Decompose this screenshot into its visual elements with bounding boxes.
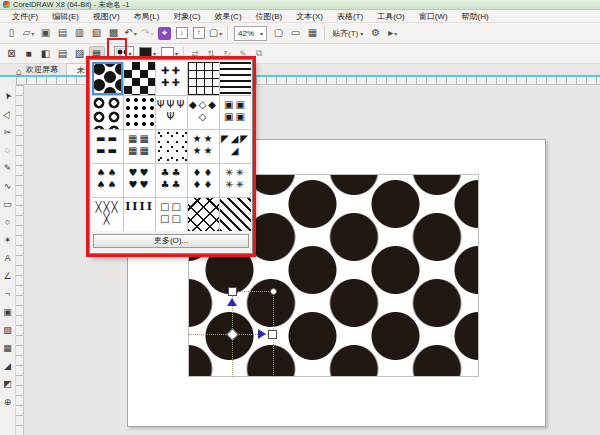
save-icon: ▣ [41, 28, 50, 38]
fill-scale-handle-right[interactable] [268, 330, 277, 339]
zoom-tool[interactable]: ◌ [1, 141, 14, 159]
connector-tool[interactable]: ¬ [1, 285, 14, 303]
search-content-button[interactable]: ✦ [157, 25, 172, 42]
fill-corner-handle[interactable] [270, 288, 277, 295]
import-button[interactable]: ↓ [174, 25, 189, 42]
application-launcher-button[interactable]: ▢▾ [208, 25, 223, 42]
import-icon: ↓ [176, 27, 188, 39]
artistic-media-tool[interactable]: ∿ [1, 177, 14, 195]
full-screen-preview-button[interactable]: ▢ [271, 25, 286, 42]
coreldraw-window: CorelDRAW X8 (64-Bit) - 未命名 -1 文件(F)编辑(E… [0, 0, 600, 435]
eyedropper-tool-icon: ◢ [4, 361, 11, 371]
menu-item-7[interactable]: 文本(X) [289, 11, 330, 22]
menu-item-5[interactable]: 效果(C) [207, 11, 248, 22]
window-title: CorelDRAW X8 (64-Bit) - 未命名 -1 [13, 0, 129, 10]
print-button[interactable]: ▤ [55, 25, 70, 42]
application-launcher-icon: ▢ [209, 28, 218, 38]
dropdown-arrow-icon[interactable]: ▾ [151, 30, 154, 37]
show-rulers-button[interactable]: ▭ [288, 25, 303, 42]
new-document-button[interactable]: ▯ [4, 25, 19, 42]
fountain-fill-button[interactable]: ◧ [38, 46, 54, 62]
show-grid-button[interactable]: ▦ [305, 25, 320, 42]
ellipse-tool[interactable]: ○ [1, 213, 14, 231]
undo-icon: ↶ [124, 28, 132, 38]
redo-icon: ↷ [141, 28, 149, 38]
export-button[interactable]: ↑ [191, 25, 206, 42]
uniform-fill-button[interactable]: ■ [21, 46, 37, 62]
paste-button[interactable]: ▧ [89, 25, 104, 42]
add-tools-button[interactable]: ⊕ [1, 393, 14, 411]
bitmap-pattern-fill-icon: ▨ [75, 48, 84, 59]
menu-item-3[interactable]: 布局(L) [127, 11, 167, 22]
export-icon: ↑ [193, 27, 205, 39]
text-tool-icon: A [4, 253, 10, 263]
menu-item-6[interactable]: 位图(B) [249, 11, 290, 22]
connector-tool-icon: ¬ [5, 289, 10, 299]
pick-tool[interactable]: ➤ [1, 87, 14, 105]
duplicate-icon: ▩ [109, 28, 118, 38]
shape-tool-icon: ▷ [1, 109, 13, 120]
fill-arrow-right-icon [258, 329, 266, 339]
menu-item-1[interactable]: 编辑(E) [45, 11, 86, 22]
transparency-tool[interactable]: ▨ [1, 321, 14, 339]
mesh-fill-tool[interactable]: ▦ [1, 339, 14, 357]
transparency-tool-icon: ▨ [3, 325, 12, 335]
interactive-fill-tool-icon: ◩ [3, 379, 12, 389]
ellipse-tool-icon: ○ [5, 217, 10, 227]
interactive-fill-tool[interactable]: ◩ [1, 375, 14, 393]
text-tool[interactable]: A [1, 249, 14, 267]
snap-to-label: 贴齐(T) [332, 28, 358, 39]
app-logo-icon [3, 1, 10, 8]
launch-icon: ▸ [388, 28, 393, 38]
print-icon: ▤ [58, 28, 67, 38]
open-button[interactable]: ▱▾ [21, 25, 36, 42]
artistic-media-tool-icon: ∿ [4, 181, 12, 191]
fill-guide-vertical-ext [232, 339, 233, 377]
toolbox: ➤▷✂◌✎∿▭○✶A∠¬▣▨▦◢◩⊕ [0, 85, 16, 435]
copy-button[interactable]: ▥ [72, 25, 87, 42]
redo-button[interactable]: ↷▾ [140, 25, 155, 42]
no-fill-button[interactable]: ⊠ [4, 46, 20, 62]
dropdown-arrow-icon[interactable]: ▾ [219, 30, 222, 37]
menu-item-8[interactable]: 表格(T) [330, 11, 370, 22]
options-gear-button[interactable]: ⚙ [368, 25, 383, 42]
chevron-down-icon[interactable]: ▾ [360, 30, 363, 37]
vector-pattern-fill-icon: ▤ [58, 48, 67, 59]
mesh-fill-tool-icon: ▦ [3, 343, 12, 353]
menu-item-9[interactable]: 工具(O) [370, 11, 412, 22]
menu-item-4[interactable]: 对象(C) [166, 11, 207, 22]
launch-button[interactable]: ▸▾ [385, 25, 400, 42]
menu-item-2[interactable]: 视图(V) [86, 11, 127, 22]
save-button[interactable]: ▣ [38, 25, 53, 42]
rectangle-tool[interactable]: ▭ [1, 195, 14, 213]
shape-tool[interactable]: ▷ [1, 105, 14, 123]
drop-shadow-tool[interactable]: ▣ [1, 303, 14, 321]
options-gear-icon: ⚙ [371, 28, 380, 38]
crop-tool-icon: ✂ [4, 127, 12, 137]
fill-arrow-up-icon [227, 298, 237, 306]
menu-item-10[interactable]: 窗口(W) [412, 11, 455, 22]
crop-tool[interactable]: ✂ [1, 123, 14, 141]
dropdown-arrow-icon[interactable]: ▾ [394, 30, 397, 37]
menu-item-11[interactable]: 帮助(H) [455, 11, 496, 22]
dropdown-arrow-icon[interactable]: ▾ [134, 30, 137, 37]
home-icon[interactable]: ⌂ [16, 66, 22, 77]
vector-pattern-fill-button[interactable]: ▤ [55, 46, 71, 62]
zoom-level-select[interactable]: 42%▾ [234, 26, 267, 41]
freehand-tool[interactable]: ✎ [1, 159, 14, 177]
dropdown-arrow-icon[interactable]: ▾ [31, 30, 34, 37]
full-screen-preview-icon: ▢ [274, 28, 283, 38]
fill-scale-handle-top[interactable] [228, 287, 237, 296]
open-icon: ▱ [23, 28, 31, 38]
welcome-screen-label[interactable]: 欢迎屏幕 [26, 64, 66, 77]
dimension-tool-icon: ∠ [3, 271, 11, 281]
menu-item-0[interactable]: 文件(F) [5, 11, 45, 22]
new-document-icon: ▯ [9, 28, 15, 38]
annotation-red-box-dropdown [86, 56, 256, 257]
snap-to-button[interactable]: 贴齐(T)▾ [328, 28, 367, 39]
chevron-down-icon[interactable]: ▾ [260, 30, 263, 37]
paste-icon: ▧ [92, 28, 101, 38]
polygon-tool[interactable]: ✶ [1, 231, 14, 249]
dimension-tool[interactable]: ∠ [1, 267, 14, 285]
eyedropper-tool[interactable]: ◢ [1, 357, 14, 375]
